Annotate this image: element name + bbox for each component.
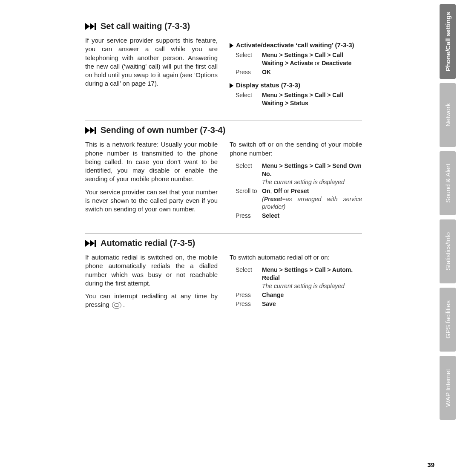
step-cmd: Change xyxy=(262,291,284,299)
tab-label: GPS facilities xyxy=(444,292,451,347)
autoredial-left: If automatic redial is switched on, the … xyxy=(85,253,218,314)
page-number: 39 xyxy=(427,461,434,468)
status-steps: Select Menu > Settings > Call > Call Wai… xyxy=(230,91,362,107)
own-number-columns: This is a network feature: Usually your … xyxy=(85,140,362,221)
tab-label: Network xyxy=(444,95,451,135)
step-verb: Press xyxy=(236,212,258,220)
call-waiting-intro: If your service provider supports this f… xyxy=(85,36,218,88)
step-verb: Select xyxy=(236,91,258,107)
side-tabs: Phone/Call settings Network Sound & Aler… xyxy=(440,4,456,420)
tab-statistics-info[interactable]: Statistics/Info xyxy=(440,219,456,283)
tab-phone-call-settings[interactable]: Phone/Call settings xyxy=(440,4,456,79)
hangup-key-icon xyxy=(112,302,121,309)
right-triangle-icon xyxy=(230,83,233,88)
own-number-p2: Your service provider can set that your … xyxy=(85,188,218,214)
autoredial-right: To switch automatic redial off or on: Se… xyxy=(230,253,362,314)
right-triangle-icon xyxy=(230,43,233,48)
step-row: Scroll to On, Off or Preset (Preset=as a… xyxy=(236,187,362,211)
step-verb: Press xyxy=(236,68,258,76)
heading-text: Automatic redial (7-3-5) xyxy=(101,238,195,248)
sub-activate-deactivate: Activate/deactivate ‘call waiting’ (7-3-… xyxy=(230,41,362,49)
step-verb: Scroll to xyxy=(236,187,258,211)
call-waiting-columns: If your service provider supports this f… xyxy=(85,36,362,108)
heading-own-number: Sending of own number (7-3-4) xyxy=(85,125,362,135)
step-cmd: Select xyxy=(262,212,279,220)
own-number-steps: Select Menu > Settings > Call > Send Own… xyxy=(230,162,362,220)
section-own-number: Sending of own number (7-3-4) This is a … xyxy=(85,121,362,221)
heading-autoredial: Automatic redial (7-3-5) xyxy=(85,238,362,248)
tab-label: Phone/Call settings xyxy=(444,3,451,80)
tab-label: Statistics/Info xyxy=(444,224,451,279)
call-waiting-right: Activate/deactivate ‘call waiting’ (7-3-… xyxy=(230,36,362,108)
play-bar-icon xyxy=(85,127,96,134)
step-row: Select Menu > Settings > Call > Send Own… xyxy=(236,162,362,186)
own-number-left: This is a network feature: Usually your … xyxy=(85,140,218,221)
step-verb: Select xyxy=(236,51,258,67)
heading-text: Sending of own number (7-3-4) xyxy=(101,125,225,135)
manual-page: Set call waiting (7-3-3) If your service… xyxy=(0,0,460,476)
step-cmd: OK xyxy=(262,68,271,76)
tab-label: WAP Internet xyxy=(444,361,451,415)
sub-title: Activate/deactivate ‘call waiting’ (7-3-… xyxy=(236,41,354,49)
tab-gps-facilities[interactable]: GPS facilities xyxy=(440,288,456,352)
step-row: Press Save xyxy=(236,300,362,308)
step-row: Press Select xyxy=(236,212,362,220)
autoredial-right-intro: To switch automatic redial off or on: xyxy=(230,253,362,262)
step-cmd: Menu > Settings > Call > Autom. Redial T… xyxy=(262,266,362,290)
step-verb: Select xyxy=(236,162,258,186)
own-number-p1: This is a network feature: Usually your … xyxy=(85,140,218,183)
step-cmd: Menu > Settings > Call > Send Own No. Th… xyxy=(262,162,362,186)
sub-title: Display status (7-3-3) xyxy=(236,81,300,89)
heading-call-waiting: Set call waiting (7-3-3) xyxy=(85,21,362,31)
step-verb: Press xyxy=(236,300,258,308)
play-bar-icon xyxy=(85,240,96,247)
tab-wap-internet[interactable]: WAP Internet xyxy=(440,356,456,420)
tab-network[interactable]: Network xyxy=(440,83,456,147)
activate-steps: Select Menu > Settings > Call > Call Wai… xyxy=(230,51,362,76)
step-row: Press Change xyxy=(236,291,362,299)
section-call-waiting: Set call waiting (7-3-3) If your service… xyxy=(85,17,362,108)
autoredial-p1: If automatic redial is switched on, the … xyxy=(85,253,218,288)
autoredial-columns: If automatic redial is switched on, the … xyxy=(85,253,362,314)
step-row: Select Menu > Settings > Call > Call Wai… xyxy=(236,51,362,67)
step-cmd: Menu > Settings > Call > Call Waiting > … xyxy=(262,91,362,107)
tab-label: Sound & Alert xyxy=(444,155,451,211)
heading-text: Set call waiting (7-3-3) xyxy=(101,21,190,31)
step-cmd: Save xyxy=(262,300,276,308)
section-autoredial: Automatic redial (7-3-5) If automatic re… xyxy=(85,234,362,314)
main-content: Set call waiting (7-3-3) If your service… xyxy=(85,17,362,326)
step-cmd: Menu > Settings > Call > Call Waiting > … xyxy=(262,51,362,67)
call-waiting-left: If your service provider supports this f… xyxy=(85,36,218,108)
play-bar-icon xyxy=(85,23,96,30)
step-row: Press OK xyxy=(236,68,362,76)
autoredial-p2: You can interrupt redialling at any time… xyxy=(85,292,218,309)
tab-sound-alert[interactable]: Sound & Alert xyxy=(440,151,456,215)
own-number-right-intro: To switch off or on the sending of your … xyxy=(230,140,362,158)
step-cmd: On, Off or Preset (Preset=as arranged wi… xyxy=(262,187,362,211)
autoredial-steps: Select Menu > Settings > Call > Autom. R… xyxy=(230,266,362,308)
own-number-right: To switch off or on the sending of your … xyxy=(230,140,362,221)
step-row: Select Menu > Settings > Call > Call Wai… xyxy=(236,91,362,107)
step-row: Select Menu > Settings > Call > Autom. R… xyxy=(236,266,362,290)
sub-display-status: Display status (7-3-3) xyxy=(230,81,362,89)
step-verb: Press xyxy=(236,291,258,299)
step-verb: Select xyxy=(236,266,258,290)
